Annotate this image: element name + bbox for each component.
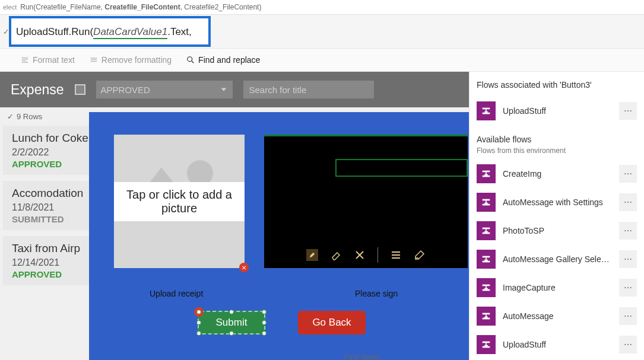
status-dropdown[interactable]: APPROVED — [96, 81, 233, 98]
flow-row[interactable]: UploadStuff ⋯ — [477, 332, 637, 358]
flow-row[interactable]: AutoMessage ⋯ — [477, 303, 637, 329]
flows-panel: Flows associated with 'Button3' UploadSt… — [469, 72, 644, 360]
image-picker[interactable]: Tap or click to add a picture ✕ — [114, 135, 245, 268]
flow-more-button[interactable]: ⋯ — [619, 336, 637, 353]
available-flows-header: Available flows — [477, 135, 637, 144]
format-text-button[interactable]: Format text — [21, 55, 75, 65]
flow-row[interactable]: ImageCapture ⋯ — [477, 275, 637, 301]
formula-bar[interactable]: ✓ UploadStuff.Run(DataCardValue1.Text, — [9, 16, 211, 47]
svg-rect-10 — [483, 228, 490, 230]
flow-name: ImageCapture — [503, 283, 612, 292]
goback-button[interactable]: Go Back — [298, 311, 366, 334]
flow-icon — [477, 164, 496, 183]
expense-header: Expense APPROVED Search for title — [0, 72, 469, 107]
svg-rect-4 — [483, 108, 490, 110]
flow-more-button[interactable]: ⋯ — [619, 102, 637, 120]
flow-row[interactable]: CreateImg ⋯ — [477, 161, 637, 187]
flow-name: AutoMessage Gallery Select... — [503, 254, 612, 264]
flow-row[interactable]: UploadStuff ⋯ — [477, 98, 637, 124]
flow-row[interactable]: PhotoToSP ⋯ — [477, 218, 637, 244]
check-icon: ✓ — [3, 27, 9, 36]
intellisense-hint: elect Run(Createfile_FileName, Createfil… — [0, 0, 644, 15]
remove-formatting-button[interactable]: Remove formatting — [90, 55, 172, 65]
svg-rect-12 — [483, 256, 490, 258]
svg-rect-6 — [483, 171, 490, 173]
flow-more-button[interactable]: ⋯ — [619, 193, 637, 211]
flow-icon — [477, 101, 496, 120]
svg-rect-8 — [483, 199, 490, 201]
flow-icon — [477, 335, 496, 354]
flow-more-button[interactable]: ⋯ — [619, 165, 637, 183]
flow-more-button[interactable]: ⋯ — [619, 250, 637, 268]
lines-icon[interactable] — [390, 249, 402, 261]
eraser-icon[interactable] — [330, 249, 342, 261]
flow-name: AutoMessage with Settings — [503, 197, 612, 207]
flow-name: PhotoToSP — [503, 226, 612, 235]
formula-toolbar: Format text Remove formatting Find and r… — [0, 48, 644, 72]
signature-box[interactable] — [264, 135, 468, 268]
flow-icon — [477, 193, 496, 212]
flow-icon — [477, 307, 496, 326]
flow-more-button[interactable]: ⋯ — [619, 307, 637, 325]
find-replace-button[interactable]: Find and replace — [186, 55, 260, 65]
svg-rect-18 — [483, 342, 490, 343]
flow-name: AutoMessage — [503, 311, 612, 321]
flow-name: UploadStuff — [503, 340, 612, 349]
clear-icon[interactable] — [354, 249, 366, 261]
edit-icon[interactable] — [414, 249, 426, 261]
close-icon[interactable]: ✕ — [239, 263, 249, 272]
selection-rect — [335, 159, 468, 177]
flow-icon — [477, 250, 496, 269]
page-title: Expense — [11, 82, 64, 98]
remove-format-icon — [90, 56, 98, 64]
chevron-down-icon — [220, 85, 228, 94]
flow-name: UploadStuff — [503, 106, 612, 116]
svg-line-1 — [192, 61, 194, 63]
submit-button[interactable]: ✕ Submit — [198, 311, 265, 334]
flow-more-button[interactable]: ⋯ — [619, 279, 637, 297]
flow-icon — [477, 221, 496, 240]
format-icon — [21, 56, 29, 64]
sign-label: Please sign — [355, 289, 398, 298]
search-input[interactable]: Search for title — [243, 81, 374, 98]
check-icon: ✓ — [7, 112, 14, 121]
svg-point-0 — [188, 57, 192, 62]
svg-rect-14 — [483, 285, 490, 286]
signature-toolbar — [264, 242, 468, 268]
flow-icon — [477, 278, 496, 297]
find-items-label: Find items — [344, 352, 380, 360]
flow-name: CreateImg — [503, 169, 612, 179]
flow-more-button[interactable]: ⋯ — [619, 222, 637, 240]
flow-row[interactable]: AutoMessage with Settings ⋯ — [477, 189, 637, 215]
available-flows-sub: Flows from this environment — [477, 146, 637, 155]
search-icon — [186, 56, 195, 64]
flows-panel-header: Flows associated with 'Button3' — [477, 80, 637, 90]
filter-checkbox[interactable] — [75, 84, 85, 95]
canvas-area: Expense APPROVED Search for title ✓ 9 Ro… — [0, 72, 469, 360]
pen-icon[interactable] — [306, 249, 318, 261]
upload-label: Upload receipt — [150, 289, 203, 298]
upload-modal: Tap or click to add a picture ✕ Upload r… — [89, 112, 469, 360]
svg-rect-16 — [483, 313, 490, 315]
flow-row[interactable]: AutoMessage Gallery Select... ⋯ — [477, 246, 637, 272]
